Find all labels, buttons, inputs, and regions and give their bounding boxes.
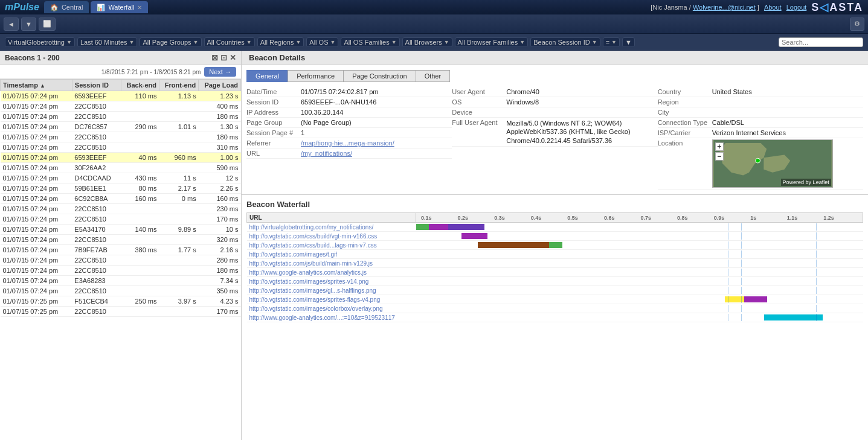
- wf-ref-line: [741, 305, 742, 312]
- filter-beacon-session[interactable]: Beacon Session ID ▼: [530, 37, 600, 47]
- table-row[interactable]: 01/07/15 07:24 pm 22CC8510 320 ms: [1, 235, 241, 245]
- detail-row-region: Region: [658, 97, 863, 107]
- toolbar-btn3[interactable]: ⬜: [39, 18, 56, 31]
- map-zoom-in-btn[interactable]: +: [715, 142, 724, 151]
- filter-browser-families[interactable]: All Browser Families ▼: [455, 37, 529, 47]
- about-link[interactable]: About: [764, 4, 782, 11]
- wf-url-cell[interactable]: http://www.google-analytics.com/analytic…: [247, 268, 416, 277]
- logout-link[interactable]: Logout: [786, 4, 807, 11]
- wf-bar: [461, 233, 487, 239]
- map-zoom-out-btn[interactable]: −: [715, 152, 724, 161]
- tab-performance[interactable]: Performance: [288, 70, 344, 82]
- tab-other[interactable]: Other: [416, 70, 451, 82]
- table-row[interactable]: 01/07/15 07:24 pm 6C92CB8A 160 ms 0 ms 1…: [1, 194, 241, 204]
- toolbar-menu-btn[interactable]: ▼: [21, 18, 36, 31]
- tab-general[interactable]: General: [246, 70, 288, 82]
- wf-url-cell[interactable]: http://o.vgtstatic.com/css/build/vgt-min…: [247, 232, 416, 241]
- filter-page-groups[interactable]: All Page Groups ▼: [140, 37, 201, 47]
- detail-row-useragent: User Agent Chrome/40: [452, 87, 657, 97]
- wf-url-cell[interactable]: http://virtualglobetrotting.com/my_notif…: [247, 223, 416, 232]
- wf-url-cell[interactable]: http://o.vgtstatic.com/js/build/main-min…: [247, 259, 416, 268]
- toolbar-btn4[interactable]: ⚙: [850, 18, 864, 31]
- timeline-mark: 1s: [750, 215, 787, 221]
- filter-os-families[interactable]: All OS Families ▼: [341, 37, 399, 47]
- filter-search-input[interactable]: [779, 37, 863, 47]
- table-row[interactable]: 01/07/15 07:24 pm 22CC8510 230 ms: [1, 204, 241, 214]
- filter-time-arrow: ▼: [129, 39, 135, 45]
- table-row[interactable]: 01/07/15 07:24 pm 22CC8510 180 ms: [1, 112, 241, 122]
- cell-backend: 140 ms: [121, 225, 159, 235]
- cell-pageload: 7.34 s: [199, 276, 241, 286]
- next-button[interactable]: Next →: [204, 67, 236, 77]
- wf-url-cell[interactable]: http://o.vgtstatic.com/css/build...lags-…: [247, 241, 416, 250]
- col-header-backend[interactable]: Back-end: [121, 80, 159, 91]
- table-row[interactable]: 01/07/15 07:24 pm D4CDCAAD 430 ms 11 s 1…: [1, 173, 241, 183]
- filter-browsers[interactable]: All Browsers ▼: [402, 37, 452, 47]
- table-row[interactable]: 01/07/15 07:24 pm 22CC8510 350 ms: [1, 286, 241, 296]
- timeline-mark: 0.9s: [714, 215, 751, 221]
- cell-session: 22CC8510: [72, 214, 121, 225]
- wf-bar-container: [416, 296, 839, 303]
- col-header-timestamp[interactable]: Timestamp ▲: [1, 80, 72, 91]
- table-row[interactable]: 01/07/15 07:24 pm 22CC8510 170 ms: [1, 214, 241, 225]
- value-url[interactable]: /my_notifications/: [301, 150, 452, 157]
- wf-url-cell[interactable]: http://o.vgtstatic.com/images/t.gif: [247, 250, 416, 259]
- col-header-pageload[interactable]: Page Load: [199, 80, 241, 91]
- beacons-title: Beacons 1 - 200: [5, 54, 60, 62]
- table-row[interactable]: 01/07/15 07:24 pm E5A34170 140 ms 9.89 s…: [1, 225, 241, 235]
- wf-url-cell[interactable]: http://o.vgtstatic.com/images/sprites-v1…: [247, 277, 416, 286]
- filter-countries[interactable]: All Countries ▼: [204, 37, 255, 47]
- user-link[interactable]: Wolverine...@nici.net: [693, 4, 756, 11]
- wf-ref-line: [816, 232, 817, 240]
- tab-page-construction[interactable]: Page Construction: [343, 70, 416, 82]
- beacon-details-section: General Performance Page Construction Ot…: [242, 65, 868, 195]
- filter-time[interactable]: Last 60 Minutes ▼: [77, 37, 138, 47]
- panel-settings-icon[interactable]: ⊡: [220, 53, 227, 62]
- col-header-session[interactable]: Session ID: [72, 80, 121, 91]
- tab-waterfall[interactable]: 📊 Waterfall ✕: [91, 1, 148, 13]
- table-row[interactable]: 01/07/15 07:24 pm 6593EEEF 40 ms 960 ms …: [1, 153, 241, 163]
- wf-ref-line: [816, 287, 817, 294]
- table-row[interactable]: 01/07/15 07:24 pm E3A68283 7.34 s: [1, 276, 241, 286]
- wf-url-text: http://o.vgtstatic.com/images/sprites-v1…: [249, 278, 369, 285]
- value-device: [506, 109, 657, 116]
- table-row[interactable]: 01/07/15 07:24 pm 59B61EE1 80 ms 2.17 s …: [1, 183, 241, 194]
- tab-central[interactable]: 🏠 Central: [44, 1, 89, 13]
- table-row[interactable]: 01/07/15 07:24 pm 7B9FE7AB 380 ms 1.77 s…: [1, 245, 241, 255]
- table-row[interactable]: 01/07/15 07:25 pm 22CC8510 170 ms: [1, 307, 241, 317]
- filter-equals[interactable]: = ▼: [603, 37, 620, 47]
- beacon-details-title: Beacon Details: [249, 53, 305, 62]
- value-referrer[interactable]: /map/tiong-hie...mega-mansion/: [301, 139, 452, 147]
- table-row[interactable]: 01/07/15 07:25 pm F51CECB4 250 ms 3.97 s…: [1, 296, 241, 307]
- filter-os[interactable]: All OS ▼: [306, 37, 338, 47]
- wf-url-cell[interactable]: http://www.google-analytics.com/...:=10&…: [247, 313, 416, 322]
- table-row[interactable]: 01/07/15 07:24 pm 22CC8510 310 ms: [1, 142, 241, 153]
- table-row[interactable]: 01/07/15 07:24 pm DC76C857 290 ms 1.01 s…: [1, 122, 241, 132]
- table-row[interactable]: 01/07/15 07:24 pm 22CC8510 280 ms: [1, 255, 241, 266]
- filter-site[interactable]: VirtualGlobetrotting ▼: [5, 37, 75, 47]
- table-row[interactable]: 01/07/15 07:24 pm 6593EEEF 110 ms 1.13 s…: [1, 91, 241, 101]
- wf-url-cell[interactable]: http://o.vgtstatic.com/images/colorbox/o…: [247, 304, 416, 313]
- wf-url-cell[interactable]: http://o.vgtstatic.com/images/gl...s-hal…: [247, 286, 416, 295]
- filter-browsers-arrow: ▼: [444, 39, 449, 45]
- col-header-frontend[interactable]: Front-end: [159, 80, 199, 91]
- panel-expand-icon[interactable]: ⊠: [211, 53, 218, 62]
- beacons-table[interactable]: Timestamp ▲ Session ID Back-end Front-en…: [0, 79, 241, 440]
- table-row[interactable]: 01/07/15 07:24 pm 30F26AA2 590 ms: [1, 163, 241, 173]
- table-row[interactable]: 01/07/15 07:24 pm 22CC8510 180 ms: [1, 266, 241, 276]
- wf-url-cell[interactable]: http://o.vgtstatic.com/images/sprites-fl…: [247, 295, 416, 304]
- sort-arrow-timestamp: ▲: [40, 83, 45, 89]
- waterfall-icon: 📊: [97, 4, 105, 11]
- cell-backend: [121, 276, 159, 286]
- waterfall-row: http://www.google-analytics.com/analytic…: [247, 268, 863, 277]
- tab-close-icon[interactable]: ✕: [137, 4, 142, 11]
- filter-regions[interactable]: All Regions ▼: [257, 37, 304, 47]
- panel-close-icon[interactable]: ✕: [230, 53, 236, 62]
- wf-url-text: http://o.vgtstatic.com/css/build/vgt-min…: [249, 233, 378, 240]
- table-row[interactable]: 01/07/15 07:24 pm 22CC8510 180 ms: [1, 132, 241, 142]
- toolbar-back-btn[interactable]: ◄: [4, 18, 19, 31]
- filter-extra[interactable]: ▼: [622, 37, 635, 47]
- cell-pageload: 320 ms: [199, 235, 241, 245]
- wf-ref-line: [816, 314, 817, 321]
- table-row[interactable]: 01/07/15 07:24 pm 22CC8510 400 ms: [1, 101, 241, 112]
